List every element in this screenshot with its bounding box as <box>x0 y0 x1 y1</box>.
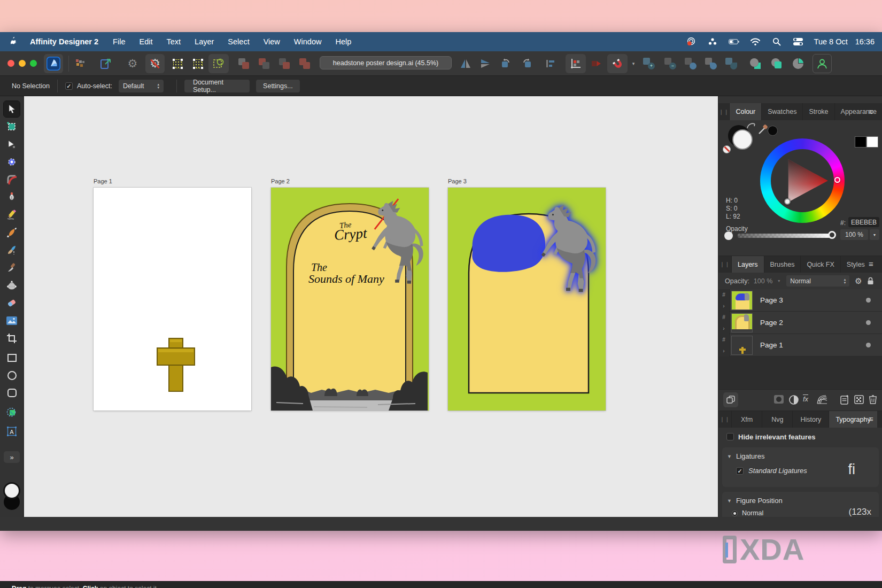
vector-brush-tool[interactable] <box>4 225 20 241</box>
layer-visibility-dot[interactable] <box>866 343 871 347</box>
tab-xfm[interactable]: Xfm <box>731 411 762 428</box>
add-layer-icon[interactable] <box>840 394 849 407</box>
hue-selector[interactable] <box>834 177 840 183</box>
gear-slash-icon[interactable]: ⚙ <box>145 54 165 73</box>
menu-window[interactable]: Window <box>287 37 329 46</box>
opacity-dropdown-chevron[interactable]: ▾ <box>870 229 879 240</box>
fill-tool[interactable] <box>4 277 20 293</box>
ellipse-tool[interactable] <box>4 367 20 383</box>
trees-image[interactable] <box>271 363 428 411</box>
colour-well[interactable] <box>3 482 21 514</box>
insert-target-3-icon[interactable] <box>789 54 807 73</box>
expand-tools-button[interactable]: » <box>4 451 20 463</box>
window-minimize-button[interactable] <box>19 60 26 67</box>
artboard-page-3[interactable] <box>448 188 606 411</box>
pen-tool[interactable] <box>4 189 20 205</box>
menu-text[interactable]: Text <box>159 37 188 46</box>
order-front-icon[interactable] <box>296 54 313 73</box>
layer-row-page2[interactable]: #› Page 2 <box>718 312 882 334</box>
rounded-rectangle-tool[interactable] <box>4 385 20 401</box>
node-tool[interactable] <box>4 136 20 152</box>
boolean-intersect-icon[interactable] <box>682 54 699 73</box>
opacity-slider[interactable] <box>738 234 832 238</box>
tab-colour[interactable]: Colour <box>729 103 761 120</box>
fill-stroke-selector[interactable] <box>725 124 755 154</box>
hex-input[interactable]: EBEBEB <box>848 217 879 227</box>
place-image-tool[interactable] <box>4 313 20 329</box>
alignment-icon[interactable] <box>542 54 559 73</box>
menu-layer[interactable]: Layer <box>188 37 221 46</box>
blend-mode-dropdown[interactable]: Normal▴▾ <box>786 275 849 287</box>
erase-tool[interactable] <box>4 295 20 311</box>
paint-brush-tool[interactable] <box>4 242 20 258</box>
duplicate-layer-icon[interactable] <box>723 392 738 407</box>
lock-icon[interactable] <box>867 277 874 285</box>
point-transform-tool[interactable] <box>4 154 20 170</box>
layer-visibility-dot[interactable] <box>866 298 871 303</box>
document-setup-button[interactable]: Document Setup... <box>184 80 250 92</box>
margins-grid-icon[interactable] <box>168 54 187 73</box>
boolean-add-icon[interactable]: + <box>640 54 657 73</box>
colour-wheel[interactable] <box>760 138 845 223</box>
rotate-cw-icon[interactable] <box>518 54 535 73</box>
corner-tool[interactable] <box>4 172 20 188</box>
menu-time[interactable]: 16:36 <box>855 37 875 46</box>
rectangle-tool[interactable] <box>4 350 20 366</box>
layer-row-page1[interactable]: #› Page 1 <box>718 334 882 357</box>
menu-help[interactable]: Help <box>328 37 358 46</box>
mask-layer-icon[interactable] <box>773 394 784 406</box>
layer-effects-fx-icon[interactable]: fx <box>803 394 808 403</box>
layers-opacity-chevron[interactable]: ▾ <box>778 278 780 283</box>
opacity-slider-knob[interactable] <box>828 231 836 239</box>
insert-target-2-icon[interactable] <box>768 54 786 73</box>
tab-layers[interactable]: Layers <box>731 256 764 273</box>
settings-button[interactable]: Settings... <box>256 80 300 92</box>
menu-file[interactable]: File <box>106 37 132 46</box>
knife-tool[interactable] <box>4 260 20 276</box>
panel-drag-handle[interactable]: ❘❘ <box>718 103 729 120</box>
insert-target-icon[interactable] <box>746 54 764 73</box>
cross-shape[interactable] <box>94 188 251 411</box>
order-forward-icon[interactable] <box>276 54 293 73</box>
standard-ligatures-checkbox[interactable]: ✓ <box>736 467 744 475</box>
hide-irrelevant-checkbox[interactable]: ✓ <box>726 433 734 440</box>
rotate-ccw-icon[interactable] <box>498 54 515 73</box>
text-tool[interactable]: A <box>4 423 20 439</box>
artboard-page-1[interactable] <box>94 188 251 411</box>
layer-visibility-dot[interactable] <box>866 320 871 325</box>
no-fill-icon[interactable] <box>723 145 731 153</box>
boolean-subtract-icon[interactable]: − <box>662 54 679 73</box>
users-icon[interactable] <box>707 37 718 47</box>
colour-panel-menu-icon[interactable]: ≡ <box>869 107 878 115</box>
tab-swatches[interactable]: Swatches <box>761 103 802 120</box>
order-backward-icon[interactable] <box>256 54 273 73</box>
layer-row-page3[interactable]: #› Page 3 <box>718 289 882 312</box>
designer-persona-button[interactable] <box>44 54 63 73</box>
snapping-magnet-icon[interactable] <box>607 54 628 73</box>
tab-styles[interactable]: Styles <box>840 256 871 273</box>
swap-colours-icon[interactable] <box>746 122 757 130</box>
export-persona-icon[interactable] <box>97 54 114 73</box>
search-icon[interactable] <box>771 37 782 47</box>
guides-grid-icon[interactable] <box>188 54 207 73</box>
window-close-button[interactable] <box>7 60 14 67</box>
tab-stroke[interactable]: Stroke <box>802 103 834 120</box>
panel-drag-handle-3[interactable]: ❘❘ <box>718 411 731 428</box>
snapping-dropdown-chevron[interactable]: ▾ <box>629 54 638 73</box>
studio-panel-menu-icon[interactable]: ≡ <box>869 415 878 423</box>
document-canvas[interactable]: Page 1 Page 2 The Crypt The Sounds of <box>24 96 718 517</box>
expand-chevron-icon[interactable]: › <box>723 348 724 354</box>
flip-horizontal-icon[interactable] <box>457 54 474 73</box>
shade-selector[interactable] <box>784 198 791 205</box>
auto-select-dropdown[interactable]: Default▴▾ <box>119 80 164 92</box>
tab-quick-fx[interactable]: Quick FX <box>800 256 840 273</box>
account-person-icon[interactable] <box>813 54 832 73</box>
control-center-icon[interactable] <box>793 37 803 47</box>
tab-nvg[interactable]: Nvg <box>762 411 792 428</box>
insert-inside-icon[interactable] <box>566 54 586 73</box>
order-back-icon[interactable] <box>235 54 252 73</box>
tab-brushes[interactable]: Brushes <box>764 256 801 273</box>
rotate-canvas-icon[interactable] <box>208 54 229 73</box>
artboard-page-2[interactable]: The Crypt The Sounds of Many <box>271 188 429 411</box>
mesh-warp-icon[interactable] <box>816 394 827 407</box>
